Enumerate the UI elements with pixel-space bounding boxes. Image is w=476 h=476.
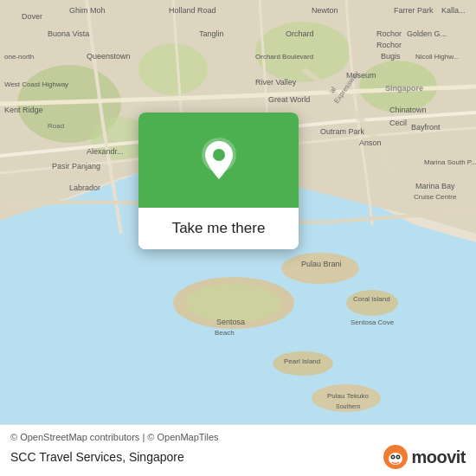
svg-text:Sentosa Cove: Sentosa Cove <box>351 318 395 326</box>
svg-text:Bayfront: Bayfront <box>411 123 441 132</box>
svg-text:Golden G...: Golden G... <box>407 29 447 38</box>
svg-text:Cruise Centre: Cruise Centre <box>414 193 457 201</box>
svg-text:West Coast Highway: West Coast Highway <box>4 80 68 88</box>
svg-point-66 <box>392 456 394 458</box>
moovit-icon <box>383 445 408 469</box>
svg-text:Marina South P...: Marina South P... <box>424 158 476 166</box>
svg-text:Sentosa: Sentosa <box>216 318 245 326</box>
svg-text:Buona Vista: Buona Vista <box>48 29 89 38</box>
map-container: Dover Ghim Moh Holland Road Newton Farre… <box>0 0 476 424</box>
svg-text:Cecil: Cecil <box>389 119 407 127</box>
svg-text:Pearl Island: Pearl Island <box>284 357 320 365</box>
popup-green-area <box>138 113 299 208</box>
svg-text:Queenstown: Queenstown <box>87 52 131 61</box>
svg-text:Orchard Boulevard: Orchard Boulevard <box>255 53 313 61</box>
svg-text:Newton: Newton <box>312 6 338 15</box>
svg-text:Bugis: Bugis <box>381 52 401 61</box>
svg-point-47 <box>186 284 281 322</box>
svg-text:Rochor: Rochor <box>376 41 402 49</box>
svg-text:Orchard: Orchard <box>286 29 314 38</box>
svg-point-52 <box>346 290 398 316</box>
svg-text:Holland Road: Holland Road <box>169 6 216 15</box>
svg-text:Anson: Anson <box>359 138 382 147</box>
svg-text:Rochor: Rochor <box>376 29 402 38</box>
svg-point-61 <box>213 149 225 161</box>
moovit-text: moovit <box>411 447 466 467</box>
moovit-logo: moovit <box>383 445 466 469</box>
svg-point-50 <box>281 253 359 284</box>
location-label: SCC Travel Services, Singapore <box>10 450 184 464</box>
svg-text:Road: Road <box>48 122 64 130</box>
svg-text:Alexandr...: Alexandr... <box>87 147 124 156</box>
svg-text:Dover: Dover <box>22 12 42 21</box>
svg-text:Kent Ridge: Kent Ridge <box>4 106 43 114</box>
svg-text:River Valley: River Valley <box>255 78 297 87</box>
take-me-there-button[interactable]: Take me there <box>138 208 299 249</box>
svg-text:Great World: Great World <box>268 95 310 104</box>
svg-text:Coral Island: Coral Island <box>353 295 390 303</box>
svg-text:Tanglin: Tanglin <box>199 29 224 38</box>
svg-text:Singapore: Singapore <box>385 84 423 93</box>
svg-text:Pulau Brani: Pulau Brani <box>301 260 342 268</box>
svg-text:Kalla...: Kalla... <box>441 6 466 15</box>
svg-text:Labrador: Labrador <box>69 183 100 192</box>
svg-text:Outram Park: Outram Park <box>320 127 365 136</box>
svg-text:Ghim Moh: Ghim Moh <box>69 6 106 15</box>
svg-text:Nicoll Highw...: Nicoll Highw... <box>415 53 459 61</box>
svg-point-67 <box>397 456 399 458</box>
svg-text:Pasir Panjang: Pasir Panjang <box>52 162 100 170</box>
location-pin-icon <box>196 137 242 183</box>
bottom-bar: © OpenStreetMap contributors | © OpenMap… <box>0 424 476 476</box>
svg-text:Farrer Park: Farrer Park <box>394 6 434 15</box>
svg-text:Southern: Southern <box>336 403 361 409</box>
svg-text:Beach: Beach <box>215 329 235 337</box>
attribution-text: © OpenStreetMap contributors | © OpenMap… <box>10 432 466 442</box>
svg-text:Marina Bay: Marina Bay <box>415 182 455 190</box>
svg-text:Chinatown: Chinatown <box>389 106 427 114</box>
bottom-row: SCC Travel Services, Singapore moovit <box>10 445 466 469</box>
svg-point-4 <box>138 43 208 95</box>
popup-card: Take me there <box>138 113 299 249</box>
svg-text:Pulau Tekuko: Pulau Tekuko <box>327 392 369 400</box>
svg-text:one-north: one-north <box>4 53 34 61</box>
